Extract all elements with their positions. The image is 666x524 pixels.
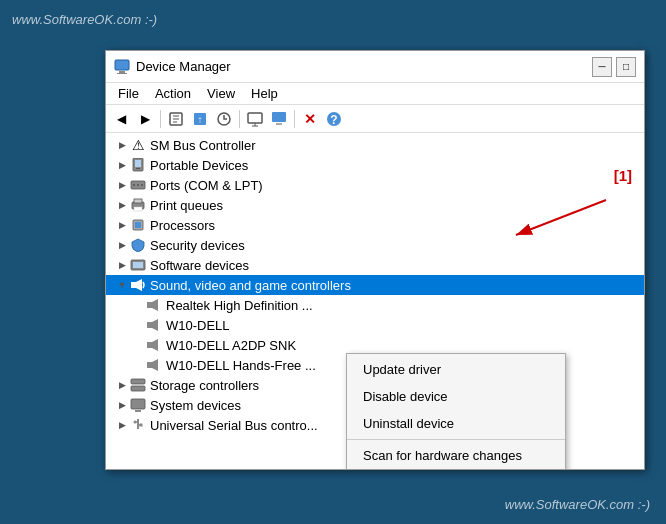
help-button[interactable]: ? [323,108,345,130]
tree-item-w10dell[interactable]: ▶ W10-DELL [106,315,644,335]
tree-item-w10dell-a2dp[interactable]: ▶ W10-DELL A2DP SNK [106,335,644,355]
expand-arrow: ▶ [114,217,130,233]
svg-rect-49 [140,424,143,427]
svg-rect-42 [131,379,145,384]
minimize-button[interactable]: ─ [592,57,612,77]
expand-arrow: ▶ [114,397,130,413]
svg-rect-1 [119,71,125,73]
realtek-icon [146,297,162,313]
software-label: Software devices [150,258,249,273]
watermark-bottom: www.SoftwareOK.com :-) [505,497,650,512]
svg-rect-2 [117,73,127,74]
sm-bus-label: SM Bus Controller [150,138,255,153]
print-label: Print queues [150,198,223,213]
context-menu: Update driver Disable device Uninstall d… [346,353,566,469]
expand-arrow-sound: ▼ [114,277,130,293]
watermark-top: www.SoftwareOK.com :-) [12,12,157,27]
expand-arrow-empty: ▶ [130,337,146,353]
svg-marker-35 [152,299,158,311]
expand-arrow: ▶ [114,177,130,193]
ctx-update-driver[interactable]: Update driver [347,356,565,383]
tree-item-sm-bus[interactable]: ▶ ⚠ SM Bus Controller [106,135,644,155]
device-manager-icon-btn[interactable] [268,108,290,130]
svg-text:?: ? [330,113,337,127]
expand-arrow: ▶ [114,157,130,173]
svg-rect-43 [131,386,145,391]
expand-arrow-empty: ▶ [130,297,146,313]
menu-file[interactable]: File [110,84,147,103]
title-bar-controls: ─ □ [592,57,636,77]
w10dell-hf-icon [146,357,162,373]
sm-bus-icon: ⚠ [130,137,146,153]
forward-button[interactable]: ▶ [134,108,156,130]
svg-rect-44 [131,399,145,409]
update-driver-button[interactable]: ↑ [189,108,211,130]
usb-label: Universal Serial Bus contro... [150,418,318,433]
svg-rect-27 [134,207,142,211]
storage-label: Storage controllers [150,378,259,393]
svg-rect-36 [147,322,152,328]
realtek-label: Realtek High Definition ... [166,298,313,313]
tree-item-portable[interactable]: ▶ Portable Devices [106,155,644,175]
expand-arrow: ▶ [114,237,130,253]
annotation-1: [1] [614,167,632,184]
ctx-disable-device[interactable]: Disable device [347,383,565,410]
svg-marker-37 [152,319,158,331]
svg-rect-40 [147,362,152,368]
device-manager-window: Device Manager ─ □ File Action View Help… [105,50,645,470]
window-title: Device Manager [136,59,592,74]
content-area: ▶ ⚠ SM Bus Controller ▶ Portable Devices… [106,133,644,469]
menu-view[interactable]: View [199,84,243,103]
svg-rect-14 [276,123,282,125]
menu-help[interactable]: Help [243,84,286,103]
monitor-button[interactable] [244,108,266,130]
portable-label: Portable Devices [150,158,248,173]
back-button[interactable]: ◀ [110,108,132,130]
tree-item-sound[interactable]: ▼ Sound, video and game controllers [106,275,644,295]
expand-arrow-empty: ▶ [130,357,146,373]
system-icon [130,397,146,413]
arrow-annotation [496,190,626,250]
svg-rect-31 [133,262,143,268]
maximize-button[interactable]: □ [616,57,636,77]
ports-icon [130,177,146,193]
toolbar-sep-2 [239,110,240,128]
svg-rect-0 [115,60,129,70]
properties-button[interactable] [165,108,187,130]
ports-label: Ports (COM & LPT) [150,178,263,193]
title-bar: Device Manager ─ □ [106,51,644,83]
svg-rect-45 [135,410,141,412]
svg-rect-26 [134,199,142,203]
menu-action[interactable]: Action [147,84,199,103]
svg-point-23 [137,184,139,186]
svg-text:✕: ✕ [304,111,316,127]
svg-rect-34 [147,302,152,308]
svg-text:↑: ↑ [198,114,203,125]
w10dell-label: W10-DELL [166,318,230,333]
security-label: Security devices [150,238,245,253]
print-icon [130,197,146,213]
portable-icon [130,157,146,173]
expand-arrow: ▶ [114,417,130,433]
svg-point-48 [134,421,137,424]
ctx-sep-1 [347,439,565,440]
tree-item-software[interactable]: ▶ Software devices [106,255,644,275]
tree-item-realtek[interactable]: ▶ Realtek High Definition ... [106,295,644,315]
expand-arrow: ▶ [114,377,130,393]
uninstall-button[interactable]: ✕ [299,108,321,130]
svg-line-51 [516,200,606,235]
sound-label: Sound, video and game controllers [150,278,351,293]
svg-rect-32 [131,282,136,288]
svg-point-22 [133,184,135,186]
svg-rect-38 [147,342,152,348]
w10dell-a2dp-icon [146,337,162,353]
toolbar-sep-3 [294,110,295,128]
system-label: System devices [150,398,241,413]
svg-rect-10 [248,113,262,123]
ctx-scan[interactable]: Scan for hardware changes [347,442,565,469]
scan-button[interactable] [213,108,235,130]
svg-rect-13 [272,112,286,122]
menu-bar: File Action View Help [106,83,644,105]
ctx-uninstall-device[interactable]: Uninstall device [347,410,565,437]
w10dell-hf-label: W10-DELL Hands-Free ... [166,358,316,373]
